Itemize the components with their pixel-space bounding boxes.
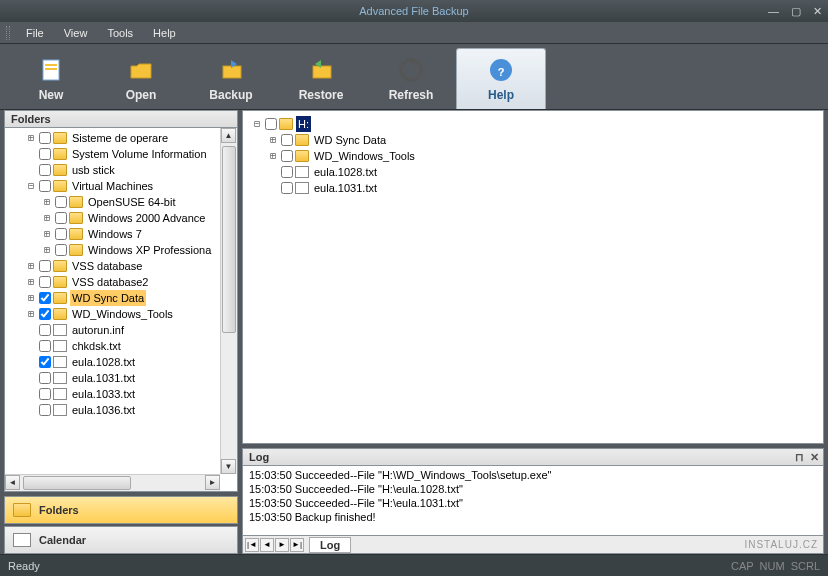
refresh-button[interactable]: Refresh <box>366 48 456 109</box>
tree-row[interactable]: chkdsk.txt <box>5 338 237 354</box>
tree-row[interactable]: ⊞WD Sync Data <box>247 132 819 148</box>
tree-checkbox[interactable] <box>39 260 51 272</box>
tree-checkbox[interactable] <box>55 212 67 224</box>
collapse-icon[interactable]: ⊟ <box>25 178 37 194</box>
tree-checkbox[interactable] <box>39 148 51 160</box>
backup-button[interactable]: Backup <box>186 48 276 109</box>
open-button[interactable]: Open <box>96 48 186 109</box>
tree-checkbox[interactable] <box>265 118 277 130</box>
tree-checkbox[interactable] <box>39 324 51 336</box>
menu-help[interactable]: Help <box>143 27 186 39</box>
tree-checkbox[interactable] <box>39 340 51 352</box>
tree-row[interactable]: ⊞Sisteme de operare <box>5 130 237 146</box>
tree-checkbox[interactable] <box>39 276 51 288</box>
log-close-icon[interactable]: ✕ <box>810 451 819 464</box>
expand-icon[interactable]: ⊞ <box>25 306 37 322</box>
tab-nav-next[interactable]: ► <box>275 538 289 552</box>
restore-button[interactable]: Restore <box>276 48 366 109</box>
expand-icon[interactable]: ⊞ <box>267 132 279 148</box>
tree-checkbox[interactable] <box>55 228 67 240</box>
scroll-up-icon[interactable]: ▲ <box>221 128 236 143</box>
tab-nav-first[interactable]: |◄ <box>245 538 259 552</box>
tree-row[interactable]: eula.1028.txt <box>5 354 237 370</box>
help-icon: ? <box>487 56 515 84</box>
folder-icon <box>279 118 293 130</box>
log-line: 15:03:50 Succeeded--File "H:\eula.1028.t… <box>249 482 817 496</box>
tree-row[interactable]: eula.1031.txt <box>247 180 819 196</box>
menu-file[interactable]: File <box>16 27 54 39</box>
nav-folders[interactable]: Folders <box>4 496 238 524</box>
refresh-label: Refresh <box>389 88 434 102</box>
tree-checkbox[interactable] <box>55 244 67 256</box>
tree-row[interactable]: ⊞Windows XP Professiona <box>5 242 237 258</box>
tree-checkbox[interactable] <box>281 150 293 162</box>
tree-row[interactable]: ⊞WD_Windows_Tools <box>5 306 237 322</box>
tree-row[interactable]: eula.1031.txt <box>5 370 237 386</box>
tree-row[interactable]: ⊞WD_Windows_Tools <box>247 148 819 164</box>
tree-checkbox[interactable] <box>39 308 51 320</box>
tree-checkbox[interactable] <box>39 132 51 144</box>
expand-icon[interactable]: ⊞ <box>25 130 37 146</box>
tree-row[interactable]: System Volume Information <box>5 146 237 162</box>
tree-row[interactable]: eula.1036.txt <box>5 402 237 418</box>
tree-item-label: Virtual Machines <box>70 178 155 194</box>
maximize-button[interactable]: ▢ <box>791 5 801 18</box>
scrollbar-horizontal[interactable]: ◄ ► <box>5 474 220 491</box>
expand-icon[interactable]: ⊞ <box>25 274 37 290</box>
tree-checkbox[interactable] <box>39 292 51 304</box>
tree-row[interactable]: ⊞Windows 7 <box>5 226 237 242</box>
help-button[interactable]: ? Help <box>456 48 546 109</box>
tree-item-label: WD Sync Data <box>312 132 388 148</box>
tree-item-label: eula.1031.txt <box>312 180 379 196</box>
expand-icon[interactable]: ⊞ <box>41 194 53 210</box>
scroll-left-icon[interactable]: ◄ <box>5 475 20 490</box>
tree-row[interactable]: ⊞OpenSUSE 64-bit <box>5 194 237 210</box>
tree-row[interactable]: usb stick <box>5 162 237 178</box>
scrollbar-vertical[interactable]: ▲ ▼ <box>220 128 237 474</box>
pin-icon[interactable]: ⊓ <box>795 451 804 464</box>
tree-row[interactable]: eula.1033.txt <box>5 386 237 402</box>
scroll-down-icon[interactable]: ▼ <box>221 459 236 474</box>
tree-row[interactable]: ⊞Windows 2000 Advance <box>5 210 237 226</box>
expand-icon[interactable]: ⊞ <box>41 226 53 242</box>
tree-checkbox[interactable] <box>39 372 51 384</box>
expand-icon[interactable]: ⊞ <box>25 258 37 274</box>
tree-item-label: chkdsk.txt <box>70 338 123 354</box>
tree-checkbox[interactable] <box>39 356 51 368</box>
expand-icon[interactable]: ⊞ <box>25 290 37 306</box>
tree-checkbox[interactable] <box>39 404 51 416</box>
tree-row[interactable]: ⊟Virtual Machines <box>5 178 237 194</box>
nav-calendar[interactable]: Calendar <box>4 526 238 554</box>
tree-checkbox[interactable] <box>39 164 51 176</box>
expand-icon[interactable]: ⊞ <box>41 210 53 226</box>
menu-view[interactable]: View <box>54 27 98 39</box>
status-num: NUM <box>760 560 785 572</box>
tree-item-label: VSS database2 <box>70 274 150 290</box>
tab-nav-last[interactable]: ►| <box>290 538 304 552</box>
tree-row[interactable]: ⊟H: <box>247 116 819 132</box>
tree-checkbox[interactable] <box>55 196 67 208</box>
tree-checkbox[interactable] <box>281 166 293 178</box>
tree-row[interactable]: ⊞WD Sync Data <box>5 290 237 306</box>
scroll-right-icon[interactable]: ► <box>205 475 220 490</box>
tree-row[interactable]: eula.1028.txt <box>247 164 819 180</box>
menu-tools[interactable]: Tools <box>97 27 143 39</box>
tree-checkbox[interactable] <box>39 388 51 400</box>
tree-row[interactable]: ⊞VSS database2 <box>5 274 237 290</box>
tree-checkbox[interactable] <box>281 182 293 194</box>
tab-log[interactable]: Log <box>309 537 351 553</box>
scroll-thumb-v[interactable] <box>222 146 236 333</box>
tree-checkbox[interactable] <box>39 180 51 192</box>
folder-icon <box>69 212 83 224</box>
scroll-thumb-h[interactable] <box>23 476 131 490</box>
tree-row[interactable]: ⊞VSS database <box>5 258 237 274</box>
collapse-icon[interactable]: ⊟ <box>251 116 263 132</box>
minimize-button[interactable]: — <box>768 5 779 18</box>
tree-row[interactable]: autorun.inf <box>5 322 237 338</box>
expand-icon[interactable]: ⊞ <box>267 148 279 164</box>
tree-checkbox[interactable] <box>281 134 293 146</box>
tab-nav-prev[interactable]: ◄ <box>260 538 274 552</box>
close-button[interactable]: ✕ <box>813 5 822 18</box>
expand-icon[interactable]: ⊞ <box>41 242 53 258</box>
new-button[interactable]: New <box>6 48 96 109</box>
